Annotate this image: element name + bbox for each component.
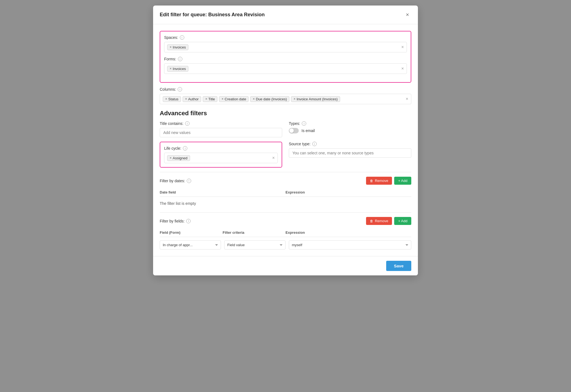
filter-criteria-col-header: Filter criteria bbox=[223, 230, 286, 235]
expression-col-header: Expression bbox=[286, 190, 411, 194]
filter-fields-buttons: 🗑 Remove + Add bbox=[366, 217, 411, 225]
source-type-input[interactable] bbox=[289, 148, 411, 158]
columns-tag-author[interactable]: × Author bbox=[183, 96, 201, 102]
divider-2 bbox=[160, 212, 411, 213]
filter-fields-label: Filter by fields: bbox=[160, 219, 185, 223]
spaces-forms-highlight-box: Spaces: i × Invoices × Forms: bbox=[160, 31, 411, 83]
modal-body: Spaces: i × Invoices × Forms: bbox=[153, 24, 418, 256]
filter-dates-header: Filter by dates: i 🗑 Remove + Add bbox=[160, 177, 411, 185]
title-contains-section: Title contains: i bbox=[160, 121, 282, 137]
filter-dates-remove-button[interactable]: 🗑 Remove bbox=[366, 177, 392, 185]
lifecycle-label: Life cycle: i bbox=[164, 146, 278, 151]
filter-fields-header: Filter by fields: i 🗑 Remove + Add bbox=[160, 217, 411, 225]
title-contains-label: Title contains: i bbox=[160, 121, 282, 126]
lifecycle-input[interactable]: × Assigned × bbox=[164, 153, 278, 163]
filter-criteria-select[interactable]: Field value bbox=[224, 240, 286, 249]
forms-info-icon[interactable]: i bbox=[178, 57, 182, 61]
source-type-section: Source type: i bbox=[289, 142, 411, 168]
field-form-select[interactable]: In charge of appr... bbox=[160, 240, 221, 249]
filter-fields-remove-button[interactable]: 🗑 Remove bbox=[366, 217, 392, 225]
columns-info-icon[interactable]: i bbox=[178, 87, 182, 92]
title-contains-input[interactable] bbox=[160, 128, 282, 137]
lifecycle-info-icon[interactable]: i bbox=[183, 146, 187, 151]
lifecycle-clear-button[interactable]: × bbox=[272, 155, 275, 160]
lifecycle-tag-assigned[interactable]: × Assigned bbox=[167, 155, 190, 161]
field-form-col-header: Field (Form) bbox=[160, 230, 223, 235]
spaces-info-icon[interactable]: i bbox=[180, 35, 184, 40]
trash-icon: 🗑 bbox=[370, 179, 373, 183]
filter-fields-info-icon[interactable]: i bbox=[186, 219, 191, 223]
source-type-label: Source type: i bbox=[289, 142, 411, 146]
columns-tag-title[interactable]: × Title bbox=[203, 96, 217, 102]
advanced-filters-title: Advanced filters bbox=[160, 110, 411, 117]
forms-tag-invoices[interactable]: × Invoices bbox=[167, 66, 188, 72]
spaces-input[interactable]: × Invoices × bbox=[164, 42, 407, 52]
filter-dates-label: Filter by dates: bbox=[160, 179, 185, 183]
modal-footer: Save bbox=[153, 256, 418, 275]
forms-tag-close[interactable]: × bbox=[170, 67, 172, 71]
forms-label: Forms: i bbox=[164, 57, 407, 61]
spaces-clear-button[interactable]: × bbox=[401, 45, 404, 50]
save-button[interactable]: Save bbox=[386, 261, 411, 271]
divider-1 bbox=[160, 172, 411, 172]
date-field-col-header: Date field bbox=[160, 190, 286, 194]
filter-dates-empty: The filter list is empty bbox=[160, 199, 411, 208]
columns-input[interactable]: × Status × Author × Title × Creation dat… bbox=[160, 94, 411, 104]
filter-dates-table-header: Date field Expression bbox=[160, 188, 411, 197]
filter-fields-row: In charge of appr... Field value myself bbox=[160, 240, 411, 249]
trash-icon-fields: 🗑 bbox=[370, 219, 373, 223]
columns-section: Columns: i × Status × Author × Title bbox=[160, 87, 411, 104]
modal-overlay: Edit filter for queue: Business Area Rev… bbox=[0, 0, 571, 392]
expression-select[interactable]: myself bbox=[289, 240, 411, 249]
lifecycle-highlight-box: Life cycle: i × Assigned × bbox=[160, 142, 282, 168]
edit-filter-modal: Edit filter for queue: Business Area Rev… bbox=[153, 6, 418, 275]
is-email-label: Is email bbox=[301, 128, 315, 133]
lifecycle-sourcetype-row: Life cycle: i × Assigned × Source type: bbox=[160, 142, 411, 168]
types-section: Types: i Is email bbox=[289, 121, 411, 137]
columns-tag-invoice-amount[interactable]: × Invoice Amount (Invoices) bbox=[291, 96, 340, 102]
filter-dates-info-icon[interactable]: i bbox=[187, 179, 191, 183]
modal-header: Edit filter for queue: Business Area Rev… bbox=[153, 6, 418, 24]
filter-dates-buttons: 🗑 Remove + Add bbox=[366, 177, 411, 185]
filter-dates-add-button[interactable]: + Add bbox=[394, 177, 411, 185]
is-email-toggle[interactable] bbox=[289, 128, 299, 133]
columns-tag-status[interactable]: × Status bbox=[163, 96, 181, 102]
close-button[interactable]: × bbox=[404, 10, 411, 19]
filter-fields-table-header: Field (Form) Filter criteria Expression bbox=[160, 228, 411, 237]
fields-expression-col-header: Expression bbox=[286, 230, 411, 235]
source-type-info-icon[interactable]: i bbox=[312, 142, 317, 146]
title-types-row: Title contains: i Types: i Is email bbox=[160, 121, 411, 137]
spaces-label: Spaces: i bbox=[164, 35, 407, 40]
spaces-tag-invoices[interactable]: × Invoices bbox=[167, 44, 188, 50]
types-info-icon[interactable]: i bbox=[302, 121, 306, 126]
filter-fields-add-button[interactable]: + Add bbox=[394, 217, 411, 225]
spaces-section: Spaces: i × Invoices × bbox=[164, 35, 407, 52]
columns-label: Columns: i bbox=[160, 87, 411, 92]
forms-clear-button[interactable]: × bbox=[401, 66, 404, 71]
title-contains-info-icon[interactable]: i bbox=[185, 121, 190, 126]
types-label: Types: i bbox=[289, 121, 411, 126]
modal-title: Edit filter for queue: Business Area Rev… bbox=[160, 12, 265, 18]
forms-section: Forms: i × Invoices × bbox=[164, 57, 407, 74]
forms-input[interactable]: × Invoices × bbox=[164, 63, 407, 74]
filter-fields-label-row: Filter by fields: i bbox=[160, 219, 191, 223]
filter-dates-label-row: Filter by dates: i bbox=[160, 179, 191, 183]
spaces-tag-close[interactable]: × bbox=[170, 45, 172, 49]
columns-clear-button[interactable]: × bbox=[406, 96, 408, 101]
columns-tag-creation-date[interactable]: × Creation date bbox=[219, 96, 249, 102]
columns-tag-due-date[interactable]: × Due date (Invoices) bbox=[250, 96, 289, 102]
types-toggle-row: Is email bbox=[289, 128, 411, 133]
